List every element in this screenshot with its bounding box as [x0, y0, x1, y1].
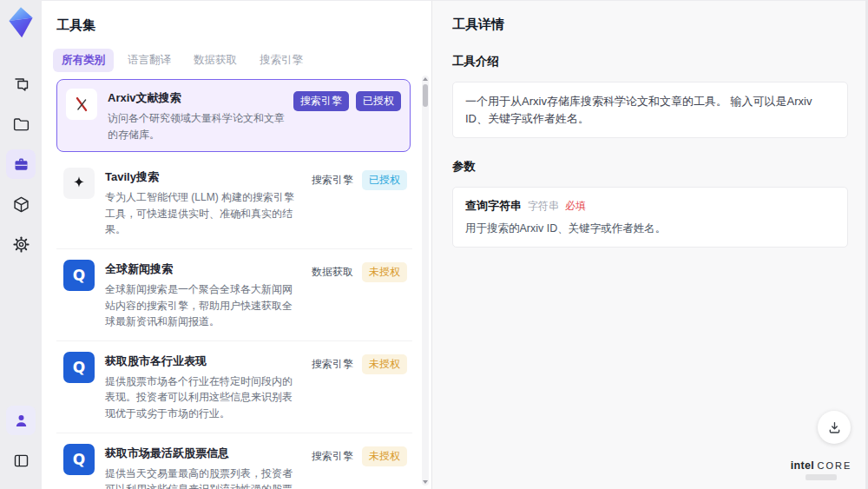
panel-toggle-icon: [12, 452, 30, 470]
sidebar-item-panel-toggle[interactable]: [6, 446, 36, 475]
category-badge: 搜索引擎: [310, 170, 355, 190]
folder-icon: [12, 116, 30, 134]
tool-name: 获取市场最活跃股票信息: [105, 446, 301, 461]
category-tabs: 所有类别 语言翻译 数据获取 搜索引擎: [42, 34, 431, 72]
scrollbar-thumb[interactable]: [423, 84, 428, 107]
settings-gear-icon: [12, 235, 30, 254]
user-icon: [12, 412, 30, 430]
download-button[interactable]: [818, 411, 851, 444]
param-description: 用于搜索的Arxiv ID、关键字或作者姓名。: [465, 221, 835, 236]
page-title: 工具集: [42, 1, 431, 34]
category-badge: 数据获取: [310, 262, 355, 282]
sidebar-item-chat[interactable]: [6, 69, 36, 99]
tab-data-fetch[interactable]: 数据获取: [185, 49, 246, 72]
param-type: 字符串: [528, 199, 559, 214]
brand-core-text: CORE: [817, 460, 852, 471]
scroll-down-arrow-icon[interactable]: [423, 480, 428, 484]
tool-description: 提供股票市场各个行业在特定时间段内的表现。投资者可以利用这些信息来识别表现优于或…: [105, 373, 301, 422]
detail-title: 工具详情: [452, 17, 848, 33]
param-card: 查询字符串 字符串 必填 用于搜索的Arxiv ID、关键字或作者姓名。: [452, 187, 848, 248]
app-window: 工具集 所有类别 语言翻译 数据获取 搜索引擎 A: [0, 0, 868, 489]
auth-status-badge: 已授权: [362, 170, 407, 190]
blue-q-logo-icon: Q: [63, 444, 95, 475]
intro-text: 一个用于从Arxiv存储库搜索科学论文和文章的工具。 输入可以是Arxiv ID…: [465, 93, 835, 127]
param-required-badge: 必填: [565, 199, 586, 214]
toolbox-icon: [12, 155, 30, 174]
category-badge: 搜索引擎: [310, 446, 355, 466]
scroll-up-arrow-icon[interactable]: [423, 77, 428, 81]
left-rail: [0, 0, 42, 489]
tool-name: Tavily搜索: [105, 169, 301, 185]
auth-status-badge: 未授权: [362, 262, 407, 282]
tool-name: Arxiv文献搜索: [108, 90, 285, 106]
main-content: 工具集 所有类别 语言翻译 数据获取 搜索引擎 A: [42, 0, 865, 489]
sidebar-item-account[interactable]: [6, 406, 36, 435]
auth-status-badge: 未授权: [362, 354, 407, 374]
intro-card: 一个用于从Arxiv存储库搜索科学论文和文章的工具。 输入可以是Arxiv ID…: [452, 82, 848, 138]
cube-icon: [12, 195, 30, 214]
sparkle-icon: [63, 168, 95, 199]
blue-q-logo-icon: Q: [63, 352, 95, 383]
params-heading: 参数: [452, 159, 848, 175]
chat-icon: [12, 76, 30, 94]
intro-heading: 工具介绍: [452, 54, 848, 69]
brand-subline: [806, 474, 837, 480]
tool-name: 获取股市各行业表现: [105, 354, 301, 369]
arxiv-logo-icon: [66, 89, 97, 120]
sidebar-item-settings[interactable]: [6, 229, 36, 259]
tools-panel: 工具集 所有类别 语言翻译 数据获取 搜索引擎 A: [42, 1, 431, 489]
tool-description: 专为人工智能代理 (LLM) 构建的搜索引擎工具，可快速提供实时、准确和真实的结…: [105, 189, 301, 238]
auth-status-badge: 已授权: [356, 91, 401, 111]
app-logo: [6, 7, 36, 38]
tool-description: 提供当天交易量最高的股票列表，投资者可以利用这些信息来识别流动性强的股票和潜在的…: [105, 466, 301, 489]
category-badge: 搜索引擎: [310, 354, 355, 374]
brand-intel-text: intel: [791, 459, 814, 472]
tool-list-item-stock-sector[interactable]: Q 获取股市各行业表现 提供股票市场各个行业在特定时间段内的表现。投资者可以利用…: [56, 340, 412, 433]
tool-description: 全球新闻搜索是一个聚合全球各大新闻网站内容的搜索引擎，帮助用户快速获取全球最新资…: [105, 281, 301, 330]
tool-list-item-arxiv[interactable]: Arxiv文献搜索 访问各个研究领域大量科学论文和文章的存储库。 搜索引擎 已授…: [56, 79, 411, 152]
tab-all-categories[interactable]: 所有类别: [53, 49, 114, 72]
tool-list-item-tavily[interactable]: Tavily搜索 专为人工智能代理 (LLM) 构建的搜索引擎工具，可快速提供实…: [56, 157, 412, 248]
sidebar-item-files[interactable]: [6, 109, 36, 139]
param-name: 查询字符串: [465, 198, 522, 214]
blue-q-logo-icon: Q: [63, 260, 95, 291]
download-icon: [826, 420, 843, 436]
tool-detail-panel: 工具详情 工具介绍 一个用于从Arxiv存储库搜索科学论文和文章的工具。 输入可…: [431, 1, 865, 489]
auth-status-badge: 未授权: [362, 446, 407, 466]
tool-list: Arxiv文献搜索 访问各个研究领域大量科学论文和文章的存储库。 搜索引擎 已授…: [42, 74, 419, 489]
tool-description: 访问各个研究领域大量科学论文和文章的存储库。: [108, 110, 285, 142]
tab-language-translation[interactable]: 语言翻译: [119, 49, 180, 72]
sidebar-item-packages[interactable]: [6, 189, 36, 219]
list-scrollbar[interactable]: [422, 76, 429, 486]
intel-core-logo: intel CORE: [787, 459, 855, 480]
tab-search-engine[interactable]: 搜索引擎: [251, 49, 312, 72]
tool-name: 全球新闻搜索: [105, 261, 301, 277]
category-badge: 搜索引擎: [293, 91, 349, 111]
tool-list-item-global-news[interactable]: Q 全球新闻搜索 全球新闻搜索是一个聚合全球各大新闻网站内容的搜索引擎，帮助用户…: [56, 248, 412, 340]
sidebar-item-tools[interactable]: [6, 149, 36, 179]
tool-list-item-active-stocks[interactable]: Q 获取市场最活跃股票信息 提供当天交易量最高的股票列表，投资者可以利用这些信息…: [56, 433, 412, 489]
